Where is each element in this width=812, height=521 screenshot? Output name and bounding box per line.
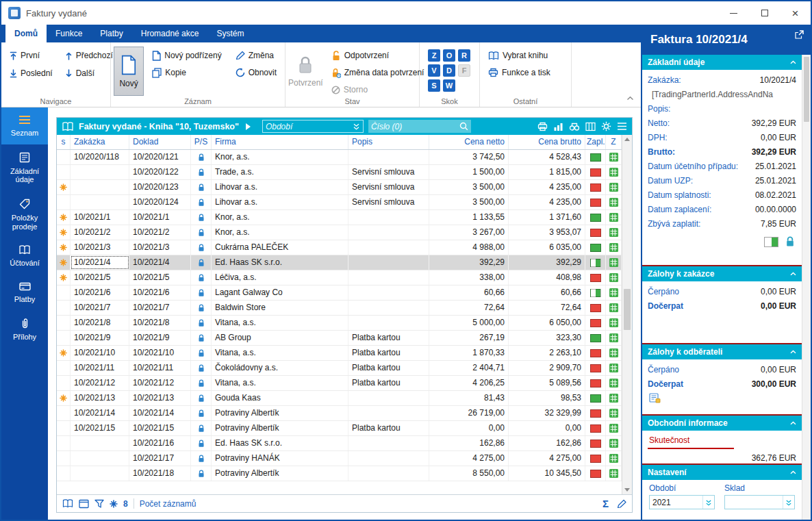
last-button[interactable]: Poslední xyxy=(4,66,58,81)
refresh-button[interactable]: Obnovit xyxy=(230,65,282,80)
col-header-zakazka[interactable]: Zakázka xyxy=(71,135,129,149)
col-header-zapl[interactable]: Zapl. xyxy=(585,135,606,149)
table-scrollbar[interactable] xyxy=(622,135,632,494)
tab-platby[interactable]: Platby xyxy=(91,25,131,42)
columns-icon[interactable] xyxy=(585,122,596,131)
table-row[interactable]: 10/2021/12 10/2021/12 Vitana, a.s. Platb… xyxy=(57,376,622,391)
sidebar-item-platby[interactable]: Platby xyxy=(1,275,48,311)
sidebar-item-uctovani[interactable]: Účtování xyxy=(1,238,48,275)
sum-icon[interactable]: Σ xyxy=(602,498,609,509)
cancel-document-button[interactable]: Storno xyxy=(326,82,430,97)
table-row[interactable]: 10/2021/17 Potraviny HANÁK 4 275,00 4 27… xyxy=(57,451,622,466)
functions-print-button[interactable]: Funkce a tisk xyxy=(483,65,568,80)
previous-button[interactable]: Předchozí xyxy=(60,48,118,63)
binoculars-icon[interactable] xyxy=(569,122,580,131)
number-search-input[interactable] xyxy=(371,122,459,131)
table-row[interactable]: 10/2021/11 10/2021/11 Čokoládovny a.s. P… xyxy=(57,361,622,376)
change-confirm-date-button[interactable]: Změna data potvrzení xyxy=(326,65,430,80)
period-select[interactable]: 2021 xyxy=(649,495,715,509)
section-header-zakladni-udaje[interactable]: Základní údaje xyxy=(642,55,802,70)
period-filter-input[interactable] xyxy=(266,122,353,131)
col-header-firma[interactable]: Firma xyxy=(212,135,348,149)
table-row[interactable]: 10/2021/3 10/2021/3 Cukrárna PALEČEK 4 9… xyxy=(57,240,622,255)
col-header-s[interactable]: s xyxy=(57,135,71,149)
table-row[interactable]: 10/2021/10 10/2021/10 Vitana, a.s. Platb… xyxy=(57,346,622,361)
table-row[interactable]: 10/2021/5 10/2021/5 Léčiva, a.s. 338,00 … xyxy=(57,270,622,285)
jump-key-s[interactable]: S xyxy=(428,79,440,92)
col-header-doklad[interactable]: Doklad xyxy=(129,135,191,149)
panel-view-icon[interactable] xyxy=(79,499,89,509)
table-row[interactable]: 10/2020/118 10/2020/121 Knor, a.s. 3 742… xyxy=(57,150,622,165)
tab-funkce[interactable]: Funkce xyxy=(47,25,91,42)
unconfirm-button[interactable]: Odpotvrzení xyxy=(326,48,430,63)
copy-button[interactable]: Kopie xyxy=(147,65,227,80)
detail-scrollbar[interactable] xyxy=(802,55,811,520)
table-row[interactable]: 10/2021/6 10/2021/6 Lagant Galway Co 60,… xyxy=(57,285,622,301)
scroll-up-arrow[interactable] xyxy=(624,138,630,141)
first-button[interactable]: První xyxy=(4,48,58,63)
sidebar-item-zakladni-udaje[interactable]: Základní údaje xyxy=(1,144,48,191)
col-header-z[interactable]: Z xyxy=(606,135,622,149)
gear-icon[interactable] xyxy=(601,121,611,131)
note-icon[interactable] xyxy=(649,393,661,403)
table-row[interactable]: 10/2021/15 10/2021/15 Potraviny Albertík… xyxy=(57,421,622,436)
sidebar-item-prilohy[interactable]: Přílohy xyxy=(1,310,48,348)
table-row[interactable]: 10/2021/13 10/2021/13 Gouda Kaas 81,43 9… xyxy=(57,391,622,406)
table-row[interactable]: 10/2021/14 10/2021/14 Potraviny Albertík… xyxy=(57,406,622,421)
table-row[interactable]: 10/2021/16 Ed. Haas SK s.r.o. 162,86 162… xyxy=(57,436,622,451)
section-header-zalohy-k-zakazce[interactable]: Zálohy k zakázce xyxy=(642,266,802,281)
table-row[interactable]: 10/2021/8 10/2021/8 Vitana, a.s. 5 000,0… xyxy=(57,316,622,331)
minimize-button[interactable] xyxy=(718,1,749,25)
section-header-obchodni-informace[interactable]: Obchodní informace xyxy=(642,416,802,431)
print-icon[interactable] xyxy=(537,122,548,131)
warehouse-select[interactable] xyxy=(724,495,795,509)
period-filter-select[interactable] xyxy=(262,120,364,133)
book-view-icon[interactable] xyxy=(62,499,73,508)
new-child-button[interactable]: Nový podřízený xyxy=(147,48,227,63)
filter-active-icon[interactable] xyxy=(110,500,118,508)
edit-pencil-icon[interactable] xyxy=(617,499,626,509)
jump-key-r[interactable]: R xyxy=(458,49,470,62)
maximize-button[interactable] xyxy=(749,1,780,25)
table-row[interactable]: 10/2020/123 Lihovar a.s. Servisní smlouv… xyxy=(57,180,622,195)
tab-domu[interactable]: Domů xyxy=(5,25,47,42)
number-search-field[interactable] xyxy=(368,120,471,133)
open-in-window-button[interactable] xyxy=(794,30,804,42)
tab-system[interactable]: Systém xyxy=(207,25,253,42)
table-row[interactable]: 10/2021/9 10/2021/9 AB Group Platba kart… xyxy=(57,331,622,346)
chart-icon[interactable] xyxy=(553,122,563,131)
confirm-button[interactable]: Potvrzení xyxy=(288,47,323,96)
table-row[interactable]: 10/2021/7 10/2021/7 Baldwin Store 72,64 … xyxy=(57,301,622,316)
filter-icon[interactable] xyxy=(94,499,104,508)
table-row[interactable]: 10/2021/1 10/2021/1 Knor, a.s. 1 133,55 … xyxy=(57,210,622,225)
col-header-popis[interactable]: Popis xyxy=(348,135,429,149)
sidebar-item-polozky-prodeje[interactable]: Položky prodeje xyxy=(1,191,48,238)
table-row[interactable]: 10/2020/124 Lihovar a.s. Servisní smlouv… xyxy=(57,195,622,210)
col-header-ps[interactable]: P/S xyxy=(191,135,212,149)
scrollbar-thumb[interactable] xyxy=(624,289,631,330)
select-book-button[interactable]: Vybrat knihu xyxy=(483,48,568,63)
jump-key-d[interactable]: D xyxy=(443,64,455,77)
table-row[interactable]: 10/2020/122 Trade, a.s. Servisní smlouva… xyxy=(57,165,622,180)
jump-key-v[interactable]: V xyxy=(428,64,440,77)
tab-hromadne-akce[interactable]: Hromadné akce xyxy=(132,25,208,42)
chevron-double-down-icon[interactable] xyxy=(783,496,794,509)
jump-key-z[interactable]: Z xyxy=(428,49,440,62)
table-row[interactable]: 10/2021/4 10/2021/4 Ed. Haas SK s.r.o. 3… xyxy=(57,255,622,270)
jump-key-o[interactable]: O xyxy=(443,49,455,62)
book-menu-button[interactable] xyxy=(246,123,251,130)
section-header-zalohy-k-odberateli[interactable]: Zálohy k odběrateli xyxy=(642,344,802,359)
next-button[interactable]: Další xyxy=(60,66,118,81)
table-row[interactable]: 10/2021/18 Potraviny Albertík 8 550,00 1… xyxy=(57,466,622,481)
tab-skutecnost[interactable]: Skutečnost xyxy=(648,433,734,449)
new-button[interactable]: Nový xyxy=(114,47,144,96)
jump-key-f[interactable]: F xyxy=(458,64,470,77)
col-header-netto[interactable]: Cena netto xyxy=(429,135,509,149)
sidebar-item-seznam[interactable]: Seznam xyxy=(1,107,48,144)
edit-button[interactable]: Změna xyxy=(230,48,282,63)
hamburger-menu-icon[interactable] xyxy=(617,122,627,131)
jump-key-w[interactable]: W xyxy=(443,79,455,92)
scroll-down-arrow[interactable] xyxy=(624,488,630,492)
section-header-nastaveni[interactable]: Nastavení xyxy=(642,465,802,480)
collapse-ribbon-button[interactable] xyxy=(626,91,634,103)
